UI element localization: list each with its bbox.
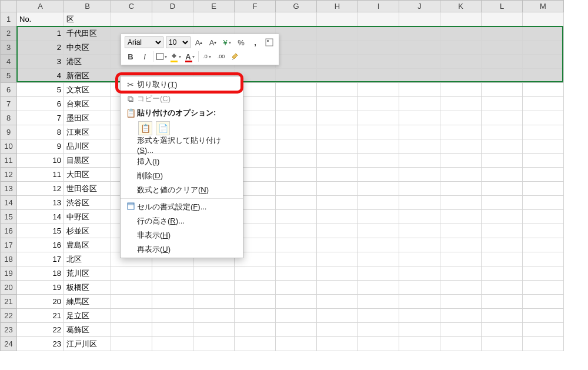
cell[interactable] — [152, 12, 193, 26]
cell[interactable] — [276, 97, 317, 111]
cell[interactable] — [440, 69, 482, 83]
cell[interactable] — [317, 182, 358, 196]
cell[interactable] — [399, 26, 440, 41]
col-header-B[interactable]: B — [64, 1, 111, 12]
cell[interactable] — [399, 238, 440, 252]
cell-B14[interactable]: 渋谷区 — [64, 196, 111, 210]
italic-button[interactable]: I — [139, 51, 151, 62]
cell[interactable] — [523, 125, 564, 139]
border-button[interactable] — [156, 51, 168, 62]
cell-B8[interactable]: 墨田区 — [64, 111, 111, 125]
cell-B16[interactable]: 杉並区 — [64, 224, 111, 238]
cell[interactable] — [276, 83, 317, 97]
cell-A13[interactable]: 12 — [17, 182, 64, 196]
cell[interactable] — [482, 337, 523, 351]
cell[interactable] — [399, 210, 440, 224]
menu-copy[interactable]: ⧉ コピー(C) — [121, 92, 243, 106]
cell[interactable] — [358, 182, 399, 196]
cell[interactable] — [193, 281, 235, 295]
cell[interactable] — [399, 182, 440, 196]
col-header-K[interactable]: K — [440, 1, 482, 12]
cell[interactable] — [358, 295, 399, 309]
row-header-10[interactable]: 10 — [1, 139, 17, 154]
cell[interactable] — [482, 266, 523, 281]
cell[interactable] — [399, 83, 440, 97]
cell[interactable] — [482, 238, 523, 252]
cell[interactable] — [523, 295, 564, 309]
cell[interactable] — [399, 281, 440, 295]
cell[interactable] — [523, 12, 564, 26]
cell[interactable] — [276, 295, 317, 309]
cell[interactable] — [440, 168, 482, 182]
cell[interactable] — [523, 111, 564, 125]
cell[interactable] — [111, 323, 152, 337]
cell[interactable] — [317, 69, 358, 83]
cell[interactable] — [358, 83, 399, 97]
cell[interactable] — [440, 12, 482, 26]
cell-B15[interactable]: 中野区 — [64, 210, 111, 224]
cell[interactable] — [440, 323, 482, 337]
cell[interactable] — [399, 323, 440, 337]
cell[interactable] — [482, 168, 523, 182]
cell-A5[interactable]: 4 — [17, 69, 64, 83]
cell[interactable] — [399, 12, 440, 26]
cell-B6[interactable]: 文京区 — [64, 83, 111, 97]
cell[interactable] — [440, 266, 482, 281]
cell[interactable] — [317, 12, 358, 26]
cell[interactable] — [111, 266, 152, 281]
cell[interactable] — [235, 323, 276, 337]
cell[interactable] — [276, 210, 317, 224]
cell[interactable] — [152, 337, 193, 351]
cell[interactable] — [276, 12, 317, 26]
cell[interactable] — [358, 41, 399, 55]
row-header-14[interactable]: 14 — [1, 196, 17, 210]
cell[interactable] — [358, 196, 399, 210]
cell[interactable] — [482, 139, 523, 154]
cell[interactable] — [523, 238, 564, 252]
cell[interactable] — [523, 309, 564, 323]
cell-B13[interactable]: 世田谷区 — [64, 182, 111, 196]
cell[interactable] — [523, 168, 564, 182]
cell[interactable] — [440, 97, 482, 111]
paste-option-values-icon[interactable]: 📄 — [156, 121, 170, 135]
cell-B11[interactable]: 目黒区 — [64, 154, 111, 168]
menu-hide[interactable]: 非表示(H) — [121, 228, 243, 242]
cell[interactable] — [317, 111, 358, 125]
row-header-11[interactable]: 11 — [1, 154, 17, 168]
cell[interactable] — [523, 41, 564, 55]
cell[interactable] — [193, 323, 235, 337]
cell-A2[interactable]: 1 — [17, 26, 64, 41]
cell[interactable] — [317, 41, 358, 55]
cell-A16[interactable]: 15 — [17, 224, 64, 238]
row-header-7[interactable]: 7 — [1, 97, 17, 111]
cell[interactable] — [523, 323, 564, 337]
cell-B23[interactable]: 葛飾区 — [64, 323, 111, 337]
cell[interactable] — [317, 266, 358, 281]
cell-B10[interactable]: 品川区 — [64, 139, 111, 154]
cell[interactable] — [440, 182, 482, 196]
menu-unhide[interactable]: 再表示(U) — [121, 242, 243, 256]
cell[interactable] — [111, 337, 152, 351]
cell-A20[interactable]: 19 — [17, 281, 64, 295]
cell[interactable] — [523, 224, 564, 238]
cell[interactable] — [111, 281, 152, 295]
cell-B20[interactable]: 板橋区 — [64, 281, 111, 295]
cell[interactable] — [317, 252, 358, 266]
cell[interactable] — [482, 252, 523, 266]
cell[interactable] — [358, 12, 399, 26]
decrease-font-button[interactable]: A▾ — [207, 36, 219, 48]
cell[interactable] — [111, 309, 152, 323]
cell[interactable] — [276, 196, 317, 210]
cell[interactable] — [482, 26, 523, 41]
cell[interactable] — [482, 125, 523, 139]
cell[interactable] — [482, 83, 523, 97]
select-all-corner[interactable] — [1, 1, 17, 12]
menu-delete[interactable]: 削除(D) — [121, 169, 243, 183]
menu-format-cells[interactable]: セルの書式設定(F)... — [121, 200, 243, 214]
cell[interactable] — [276, 309, 317, 323]
cell[interactable] — [482, 55, 523, 69]
cell-A10[interactable]: 9 — [17, 139, 64, 154]
cell[interactable] — [440, 224, 482, 238]
cell[interactable] — [440, 281, 482, 295]
cell[interactable] — [358, 97, 399, 111]
